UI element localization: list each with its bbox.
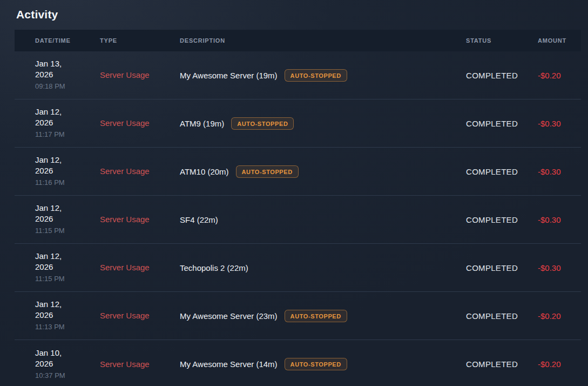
- cell-description: My Awesome Server (23m) AUTO-STOPPED: [180, 310, 466, 322]
- table-row: Jan 12, 2026 11:13 PM Server Usage My Aw…: [15, 292, 581, 340]
- table-row: Jan 12, 2026 11:15 PM Server Usage Techo…: [15, 244, 581, 292]
- time-text: 11:15 PM: [35, 274, 100, 284]
- cell-status: COMPLETED: [466, 360, 538, 369]
- date-text: Jan 10, 2026: [35, 348, 73, 369]
- cell-datetime: Jan 12, 2026 11:15 PM: [35, 203, 100, 236]
- cell-status: COMPLETED: [466, 311, 538, 321]
- type-link[interactable]: Server Usage: [100, 215, 150, 224]
- cell-status: COMPLETED: [466, 263, 538, 272]
- cell-status: COMPLETED: [466, 167, 538, 176]
- time-text: 09:18 PM: [35, 81, 100, 92]
- table-row: Jan 12, 2026 11:15 PM Server Usage SF4 (…: [15, 196, 581, 244]
- cell-datetime: Jan 12, 2026 11:17 PM: [35, 107, 100, 140]
- cell-description: My Awesome Server (14m) AUTO-STOPPED: [180, 358, 466, 370]
- table-row: Jan 12, 2026 11:17 PM Server Usage ATM9 …: [15, 99, 581, 148]
- time-text: 11:17 PM: [35, 129, 100, 140]
- description-text: My Awesome Server (19m): [180, 71, 278, 80]
- auto-stopped-badge: AUTO-STOPPED: [285, 358, 347, 370]
- cell-amount: -$0.30: [538, 167, 581, 176]
- description-text: ATM9 (19m): [180, 119, 224, 128]
- type-link[interactable]: Server Usage: [100, 167, 150, 176]
- auto-stopped-badge: AUTO-STOPPED: [236, 165, 299, 178]
- column-header-description: DESCRIPTION: [180, 37, 466, 44]
- description-text: My Awesome Server (23m): [180, 311, 278, 321]
- cell-datetime: Jan 13, 2026 09:18 PM: [35, 58, 100, 92]
- time-text: 10:37 PM: [35, 370, 100, 381]
- activity-table: DATE/TIME TYPE DESCRIPTION STATUS AMOUNT…: [15, 30, 581, 386]
- type-link[interactable]: Server Usage: [100, 311, 150, 320]
- cell-type: Server Usage: [100, 118, 180, 128]
- cell-amount: -$0.20: [538, 71, 581, 80]
- cell-amount: -$0.20: [538, 360, 581, 369]
- cell-type: Server Usage: [100, 167, 180, 176]
- date-text: Jan 13, 2026: [35, 58, 73, 80]
- cell-datetime: Jan 10, 2026 10:37 PM: [35, 348, 100, 381]
- column-header-datetime: DATE/TIME: [35, 37, 100, 44]
- cell-type: Server Usage: [100, 360, 180, 369]
- cell-datetime: Jan 12, 2026 11:15 PM: [35, 251, 100, 284]
- cell-type: Server Usage: [100, 70, 180, 80]
- type-link[interactable]: Server Usage: [100, 118, 150, 128]
- cell-amount: -$0.20: [538, 311, 581, 321]
- cell-description: SF4 (22m): [180, 215, 466, 224]
- table-row: Jan 12, 2026 11:16 PM Server Usage ATM10…: [15, 148, 581, 196]
- table-header-row: DATE/TIME TYPE DESCRIPTION STATUS AMOUNT: [15, 30, 581, 51]
- date-text: Jan 12, 2026: [35, 203, 73, 224]
- cell-description: ATM10 (20m) AUTO-STOPPED: [180, 165, 466, 178]
- time-text: 11:16 PM: [35, 177, 100, 188]
- type-link[interactable]: Server Usage: [100, 70, 150, 79]
- date-text: Jan 12, 2026: [35, 155, 73, 176]
- cell-status: COMPLETED: [466, 215, 538, 224]
- description-text: My Awesome Server (14m): [180, 360, 278, 369]
- type-link[interactable]: Server Usage: [100, 360, 150, 369]
- cell-status: COMPLETED: [466, 71, 538, 80]
- cell-amount: -$0.30: [538, 215, 581, 224]
- description-text: Techopolis 2 (22m): [180, 263, 248, 272]
- cell-type: Server Usage: [100, 215, 180, 224]
- cell-type: Server Usage: [100, 263, 180, 272]
- description-text: SF4 (22m): [180, 215, 218, 224]
- auto-stopped-badge: AUTO-STOPPED: [285, 310, 347, 322]
- date-text: Jan 12, 2026: [35, 107, 73, 128]
- table-row: Jan 10, 2026 10:37 PM Server Usage My Aw…: [15, 340, 581, 386]
- date-text: Jan 12, 2026: [35, 251, 73, 272]
- auto-stopped-badge: AUTO-STOPPED: [231, 117, 294, 130]
- date-text: Jan 12, 2026: [35, 299, 73, 321]
- column-header-type: TYPE: [100, 37, 180, 44]
- cell-description: Techopolis 2 (22m): [180, 263, 466, 272]
- type-link[interactable]: Server Usage: [100, 263, 150, 272]
- time-text: 11:15 PM: [35, 225, 100, 236]
- cell-amount: -$0.30: [538, 263, 581, 272]
- time-text: 11:13 PM: [35, 322, 100, 332]
- page-title: Activity: [0, 0, 588, 21]
- cell-description: ATM9 (19m) AUTO-STOPPED: [180, 117, 466, 130]
- cell-description: My Awesome Server (19m) AUTO-STOPPED: [180, 69, 466, 82]
- column-header-amount: AMOUNT: [538, 37, 581, 44]
- cell-amount: -$0.30: [538, 119, 581, 128]
- table-row: Jan 13, 2026 09:18 PM Server Usage My Aw…: [15, 51, 581, 99]
- cell-datetime: Jan 12, 2026 11:13 PM: [35, 299, 100, 332]
- cell-type: Server Usage: [100, 311, 180, 321]
- cell-datetime: Jan 12, 2026 11:16 PM: [35, 155, 100, 188]
- description-text: ATM10 (20m): [180, 167, 229, 176]
- table-body: Jan 13, 2026 09:18 PM Server Usage My Aw…: [15, 51, 581, 386]
- auto-stopped-badge: AUTO-STOPPED: [285, 69, 347, 82]
- cell-status: COMPLETED: [466, 119, 538, 128]
- column-header-status: STATUS: [466, 37, 538, 44]
